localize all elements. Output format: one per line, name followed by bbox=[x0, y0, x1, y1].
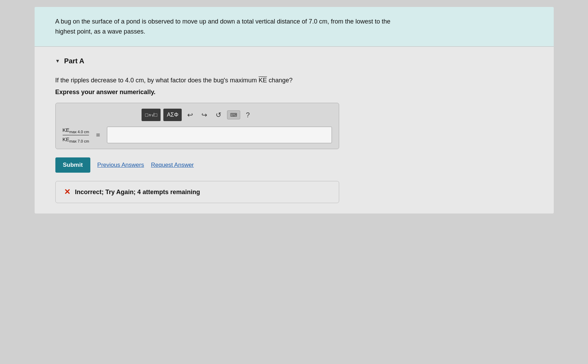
fraction-denominator: KEmax 7.0 cm bbox=[63, 136, 89, 143]
request-answer-button[interactable]: Request Answer bbox=[151, 162, 194, 169]
question-text: If the ripples decrease to 4.0 cm, by wh… bbox=[55, 75, 540, 85]
submit-button[interactable]: Submit bbox=[55, 157, 91, 173]
toolbar: □n√□ ΑΣΦ ↩ ↪ ↺ ⌨ ? bbox=[63, 109, 332, 121]
answer-input[interactable] bbox=[107, 127, 332, 143]
fraction-numerator: KEmax 4.0 cm bbox=[63, 127, 89, 134]
greek-symbols-button[interactable]: ΑΣΦ bbox=[163, 109, 182, 121]
keyboard-button[interactable]: ⌨ bbox=[227, 110, 240, 119]
previous-answers-button[interactable]: Previous Answers bbox=[97, 162, 144, 169]
incorrect-icon: ✕ bbox=[64, 188, 70, 197]
main-container: A bug on the surface of a pond is observ… bbox=[35, 7, 554, 213]
part-a-section: ▼ Part A If the ripples decrease to 4.0 … bbox=[35, 47, 554, 214]
action-row: Submit Previous Answers Request Answer bbox=[55, 157, 540, 173]
redo-button[interactable]: ↪ bbox=[199, 109, 210, 120]
undo-button[interactable]: ↩ bbox=[184, 109, 196, 120]
equals-sign: = bbox=[96, 131, 100, 139]
collapse-arrow-icon[interactable]: ▼ bbox=[55, 58, 60, 64]
feedback-text: Incorrect; Try Again; 4 attempts remaini… bbox=[75, 189, 200, 196]
reset-button[interactable]: ↺ bbox=[213, 109, 224, 120]
help-button[interactable]: ? bbox=[243, 110, 252, 120]
problem-text-line2: highest point, as a wave passes. bbox=[55, 28, 145, 35]
part-header: ▼ Part A bbox=[55, 57, 540, 65]
greek-symbols-label: ΑΣΦ bbox=[167, 112, 178, 118]
problem-text-line1: A bug on the surface of a pond is observ… bbox=[55, 18, 391, 25]
feedback-box: ✕ Incorrect; Try Again; 4 attempts remai… bbox=[55, 181, 339, 203]
question-instruction: Express your answer numerically. bbox=[55, 89, 540, 96]
fraction-divider bbox=[63, 135, 89, 135]
equation-row: KEmax 4.0 cm KEmax 7.0 cm = bbox=[63, 127, 332, 143]
ke-overline: KE bbox=[259, 77, 267, 84]
math-palette-button[interactable]: □n√□ bbox=[142, 109, 161, 121]
part-label: Part A bbox=[64, 57, 84, 65]
fraction-label: KEmax 4.0 cm KEmax 7.0 cm bbox=[63, 127, 89, 143]
answer-box: □n√□ ΑΣΦ ↩ ↪ ↺ ⌨ ? KEmax 4.0 cm bbox=[55, 103, 339, 149]
problem-statement: A bug on the surface of a pond is observ… bbox=[35, 7, 554, 47]
